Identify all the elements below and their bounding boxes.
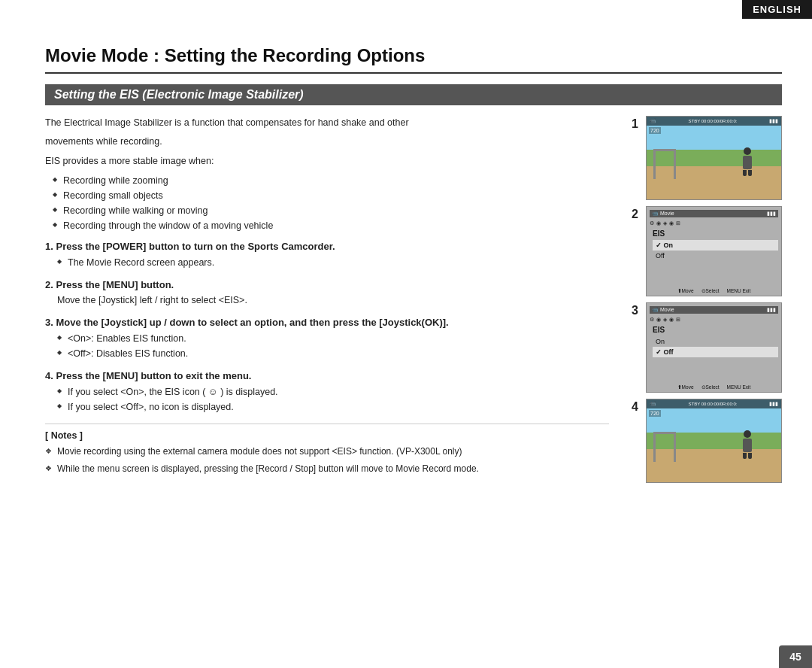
- step-3: 3. Move the [Joystick] up / down to sele…: [45, 317, 609, 361]
- note-item: Movie recording using the external camer…: [45, 445, 609, 459]
- screenshot-2-menu-title: EIS: [653, 229, 778, 238]
- screenshot-1-frame: 📹 STBY 00:00:00/0R:00:0: ▮▮▮ 720: [646, 116, 782, 200]
- section-heading: Setting the EIS (Electronic Image Stabil…: [45, 84, 782, 105]
- english-badge: ENGLISH: [742, 0, 812, 19]
- step-1-bullets: The Movie Record screen appears.: [57, 255, 609, 270]
- bullet-item: Recording small objects: [53, 188, 609, 203]
- screenshot-2-frame: 📹 Movie ▮▮▮ ⚙ ◉ ◈ ◉ ⊞ EIS ✓ On Off: [646, 206, 782, 296]
- intro-bullets: Recording while zooming Recording small …: [53, 173, 609, 233]
- menu-icon: ◉: [656, 317, 661, 323]
- cam-ui-icon: 720: [650, 128, 659, 133]
- exit-label2: MENU Exit: [727, 384, 751, 390]
- menu-icon: ⚙: [650, 317, 654, 323]
- menu-icon: ◉: [669, 317, 674, 323]
- menu-item-on: ✓ On: [653, 240, 778, 250]
- step-bullet-item: If you select <Off>, no icon is displaye…: [57, 399, 609, 414]
- step-2: 2. Press the [MENU] button. Move the [Jo…: [45, 279, 609, 308]
- step-bullet-item: The Movie Record screen appears.: [57, 255, 609, 270]
- cam-icon-3: 📹 Movie: [652, 307, 674, 313]
- cam-icon: 📹: [650, 118, 656, 124]
- screenshot-3-menu-title: EIS: [653, 326, 778, 334]
- screenshot-2-topbar: 📹 Movie ▮▮▮: [650, 210, 778, 217]
- step-bullet-item: If you select <On>, the EIS icon ( ☺ ) i…: [57, 384, 609, 399]
- step-4-bullets: If you select <On>, the EIS icon ( ☺ ) i…: [57, 384, 609, 414]
- page-title: Movie Mode : Setting the Recording Optio…: [45, 45, 782, 74]
- select-label2: ⊙Select: [701, 384, 720, 390]
- bullet-item: Recording through the window of a moving…: [53, 218, 609, 233]
- menu-icon: ⊞: [676, 317, 680, 323]
- menu-icon: ⊞: [676, 220, 680, 226]
- cam-icon-4: 📹: [650, 401, 656, 407]
- intro-line3: EIS provides a more stable image when:: [45, 154, 609, 169]
- menu-item-on2: On: [653, 336, 778, 347]
- select-label: ⊙Select: [701, 288, 720, 294]
- screenshot-4: 4 📹 STBY 00:00:00/0R:00:0: ▮▮▮ 720: [632, 399, 782, 483]
- page-container: ENGLISH Movie Mode : Setting the Recordi…: [0, 0, 812, 668]
- screenshot-3-frame: 📹 Movie ▮▮▮ ⚙ ◉ ◈ ◉ ⊞ EIS On ✓ Off: [646, 302, 782, 393]
- move-label2: ⬆Move: [677, 384, 694, 390]
- cam-icon-2: 📹 Movie: [652, 211, 674, 217]
- screenshot-3-topbar: 📹 Movie ▮▮▮: [650, 306, 778, 314]
- step-4-title: 4. Press the [MENU] button to exit the m…: [45, 370, 609, 381]
- notes-list: Movie recording using the external camer…: [45, 445, 609, 476]
- menu-icon: ◈: [663, 220, 667, 226]
- menu-icon: ⚙: [650, 220, 654, 226]
- menu-icon: ◉: [669, 220, 674, 226]
- menu-icon: ◉: [656, 220, 661, 226]
- screenshot-3-bottom: ⬆Move ⊙Select MENU Exit: [647, 384, 781, 390]
- step-bullet-item: <Off>: Disables EIS function.: [57, 346, 609, 361]
- step-4: 4. Press the [MENU] button to exit the m…: [45, 370, 609, 414]
- notes-title: [ Notes ]: [45, 430, 609, 441]
- battery-3: ▮▮▮: [767, 307, 776, 313]
- move-label: ⬆Move: [677, 288, 694, 294]
- screenshot-2-overlay: 📹 Movie ▮▮▮ ⚙ ◉ ◈ ◉ ⊞ EIS ✓ On Off: [647, 207, 781, 296]
- screenshot-3-overlay: 📹 Movie ▮▮▮ ⚙ ◉ ◈ ◉ ⊞ EIS On ✓ Off: [647, 303, 781, 392]
- screenshot-4-number: 4: [632, 400, 642, 414]
- right-column: 1 📹 STBY 00:00:00/0R:00:0: ▮▮▮ 720: [632, 116, 782, 645]
- bullet-item: Recording while walking or moving: [53, 203, 609, 218]
- battery-icon-4: ▮▮▮: [769, 401, 778, 407]
- cam-720-label: 720: [650, 411, 659, 416]
- screenshot-3-number: 3: [632, 304, 642, 317]
- screenshot-3: 3 📹 Movie ▮▮▮ ⚙ ◉ ◈ ◉ ⊞: [632, 302, 782, 393]
- left-column: The Electrical Image Stabilizer is a fun…: [45, 116, 617, 645]
- screenshot-4-frame: 📹 STBY 00:00:00/0R:00:0: ▮▮▮ 720: [646, 399, 782, 483]
- screenshot-2: 2 📹 Movie ▮▮▮ ⚙ ◉ ◈ ◉ ⊞: [632, 206, 782, 296]
- note-item: While the menu screen is displayed, pres…: [45, 462, 609, 476]
- screenshot-1-topbar: 📹 STBY 00:00:00/0R:00:0: ▮▮▮: [647, 117, 781, 126]
- topbar-text-4: STBY 00:00:00/0R:00:0:: [689, 402, 738, 406]
- content-area: The Electrical Image Stabilizer is a fun…: [45, 116, 782, 645]
- screenshot-4-topbar: 📹 STBY 00:00:00/0R:00:0: ▮▮▮: [647, 399, 781, 408]
- topbar-text: STBY 00:00:00/0R:00:0:: [689, 119, 738, 123]
- step-3-bullets: <On>: Enables EIS function. <Off>: Disab…: [57, 331, 609, 361]
- menu-item-off2: ✓ Off: [653, 347, 778, 357]
- screenshot-3-icons: ⚙ ◉ ◈ ◉ ⊞: [650, 317, 778, 323]
- screenshot-1-number: 1: [632, 117, 642, 131]
- intro-line2: movements while recording.: [45, 135, 609, 149]
- bullet-item: Recording while zooming: [53, 173, 609, 188]
- step-2-subtitle: Move the [Joystick] left / right to sele…: [57, 293, 609, 308]
- step-2-title: 2. Press the [MENU] button.: [45, 279, 609, 290]
- step-1-title: 1. Press the [POWER] button to turn on t…: [45, 241, 609, 252]
- intro-line1: The Electrical Image Stabilizer is a fun…: [45, 116, 609, 130]
- step-bullet-item: <On>: Enables EIS function.: [57, 331, 609, 346]
- exit-label: MENU Exit: [727, 288, 751, 294]
- notes-section: [ Notes ] Movie recording using the exte…: [45, 424, 609, 476]
- screenshot-1: 1 📹 STBY 00:00:00/0R:00:0: ▮▮▮ 720: [632, 116, 782, 200]
- screenshot-2-icons: ⚙ ◉ ◈ ◉ ⊞: [650, 220, 778, 226]
- person-figure: [741, 147, 754, 175]
- screenshot-2-bottom: ⬆Move ⊙Select MENU Exit: [647, 288, 781, 294]
- page-number-badge: 45: [779, 645, 812, 668]
- screenshot-2-number: 2: [632, 208, 642, 221]
- step-3-title: 3. Move the [Joystick] up / down to sele…: [45, 317, 609, 328]
- menu-item-off: Off: [653, 250, 778, 261]
- step-1: 1. Press the [POWER] button to turn on t…: [45, 241, 609, 270]
- person-figure-4: [741, 430, 754, 457]
- menu-icon: ◈: [663, 317, 667, 323]
- battery-2: ▮▮▮: [767, 211, 776, 217]
- battery-icon: ▮▮▮: [769, 118, 778, 124]
